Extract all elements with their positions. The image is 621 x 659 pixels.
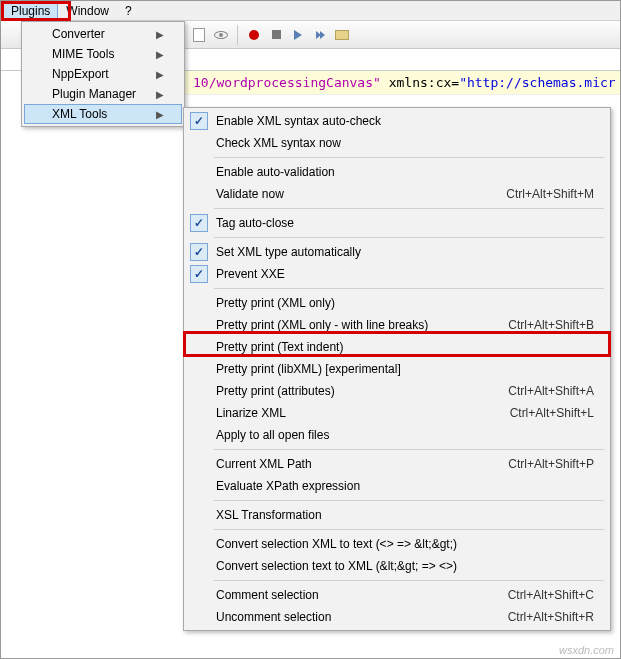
fast-forward-icon[interactable] xyxy=(312,27,328,43)
code-string-1: 10/wordprocessingCanvas" xyxy=(193,75,381,90)
code-attr: xmlns:cx xyxy=(381,75,451,90)
mi-enable-auto-check[interactable]: ✓Enable XML syntax auto-check xyxy=(186,110,608,132)
menu-nppexport[interactable]: NppExport▶ xyxy=(24,64,182,84)
chevron-right-icon: ▶ xyxy=(156,69,164,80)
shortcut: Ctrl+Alt+Shift+A xyxy=(508,383,594,399)
mi-label: Check XML syntax now xyxy=(216,135,341,151)
plugins-dropdown: Converter▶ MIME Tools▶ NppExport▶ Plugin… xyxy=(21,21,185,127)
chevron-right-icon: ▶ xyxy=(156,49,164,60)
menu-separator xyxy=(214,208,604,209)
mi-uncomment-selection[interactable]: Uncomment selectionCtrl+Alt+Shift+R xyxy=(186,606,608,628)
chevron-right-icon: ▶ xyxy=(156,109,164,120)
menu-window[interactable]: Window xyxy=(58,2,117,20)
check-icon: ✓ xyxy=(190,112,208,130)
menu-separator xyxy=(214,500,604,501)
mi-label: Tag auto-close xyxy=(216,215,294,231)
check-icon: ✓ xyxy=(190,265,208,283)
menu-xml-tools[interactable]: XML Tools▶ xyxy=(24,104,182,124)
menu-plugin-manager[interactable]: Plugin Manager▶ xyxy=(24,84,182,104)
mi-apply-all-files[interactable]: Apply to all open files xyxy=(186,424,608,446)
play-icon[interactable] xyxy=(290,27,306,43)
code-eq: = xyxy=(451,75,459,90)
xml-tools-submenu: ✓Enable XML syntax auto-check Check XML … xyxy=(183,107,611,631)
mi-linarize-xml[interactable]: Linarize XMLCtrl+Alt+Shift+L xyxy=(186,402,608,424)
mi-current-xml-path[interactable]: Current XML PathCtrl+Alt+Shift+P xyxy=(186,453,608,475)
mi-convert-xml-to-text[interactable]: Convert selection XML to text (<> => &lt… xyxy=(186,533,608,555)
mi-xsl-transformation[interactable]: XSL Transformation xyxy=(186,504,608,526)
menubar: Plugins Window ? xyxy=(1,1,620,21)
mi-prevent-xxe[interactable]: ✓Prevent XXE xyxy=(186,263,608,285)
mi-comment-selection[interactable]: Comment selectionCtrl+Alt+Shift+C xyxy=(186,584,608,606)
mi-pretty-print-text-indent[interactable]: Pretty print (Text indent) xyxy=(186,336,608,358)
mi-label: XSL Transformation xyxy=(216,507,322,523)
mi-label: Current XML Path xyxy=(216,456,312,472)
shortcut: Ctrl+Alt+Shift+L xyxy=(510,405,594,421)
stop-icon[interactable] xyxy=(268,27,284,43)
mi-label: Apply to all open files xyxy=(216,427,329,443)
menu-nppexport-label: NppExport xyxy=(52,67,109,81)
editor-line[interactable]: 10/wordprocessingCanvas" xmlns:cx="http:… xyxy=(185,71,620,95)
watermark-text: wsxdn.com xyxy=(559,644,614,656)
menu-plugins[interactable]: Plugins xyxy=(3,2,58,20)
mi-label: Validate now xyxy=(216,186,284,202)
mi-set-xml-type[interactable]: ✓Set XML type automatically xyxy=(186,241,608,263)
mi-label: Set XML type automatically xyxy=(216,244,361,260)
menu-separator xyxy=(214,580,604,581)
menu-pluginmgr-label: Plugin Manager xyxy=(52,87,136,101)
menu-separator xyxy=(214,288,604,289)
mi-label: Convert selection XML to text (<> => &lt… xyxy=(216,536,457,552)
mi-evaluate-xpath[interactable]: Evaluate XPath expression xyxy=(186,475,608,497)
menu-help[interactable]: ? xyxy=(117,2,140,20)
mi-pretty-print-libxml[interactable]: Pretty print (libXML) [experimental] xyxy=(186,358,608,380)
chevron-right-icon: ▶ xyxy=(156,89,164,100)
mi-label: Enable auto-validation xyxy=(216,164,335,180)
shortcut: Ctrl+Alt+Shift+R xyxy=(508,609,594,625)
menu-separator xyxy=(214,449,604,450)
menu-separator xyxy=(214,157,604,158)
menu-converter[interactable]: Converter▶ xyxy=(24,24,182,44)
code-string-2: "http://schemas.micr xyxy=(459,75,616,90)
mi-label: Pretty print (XML only) xyxy=(216,295,335,311)
mi-enable-auto-validation[interactable]: Enable auto-validation xyxy=(186,161,608,183)
mi-pretty-print-attributes[interactable]: Pretty print (attributes)Ctrl+Alt+Shift+… xyxy=(186,380,608,402)
shortcut: Ctrl+Alt+Shift+M xyxy=(506,186,594,202)
check-icon: ✓ xyxy=(190,243,208,261)
mi-label: Pretty print (Text indent) xyxy=(216,339,343,355)
mi-label: Pretty print (attributes) xyxy=(216,383,335,399)
check-icon: ✓ xyxy=(190,214,208,232)
mi-label: Evaluate XPath expression xyxy=(216,478,360,494)
menu-xmltools-label: XML Tools xyxy=(52,107,107,121)
mi-label: Convert selection text to XML (&lt;&gt; … xyxy=(216,558,457,574)
eye-icon[interactable] xyxy=(213,27,229,43)
mi-label: Prevent XXE xyxy=(216,266,285,282)
mi-label: Pretty print (libXML) [experimental] xyxy=(216,361,401,377)
shortcut: Ctrl+Alt+Shift+C xyxy=(508,587,594,603)
shortcut: Ctrl+Alt+Shift+B xyxy=(508,317,594,333)
mi-label: Enable XML syntax auto-check xyxy=(216,113,381,129)
mi-label: Uncomment selection xyxy=(216,609,331,625)
toolbar-separator xyxy=(237,25,238,45)
mi-pretty-print-xml-linebreaks[interactable]: Pretty print (XML only - with line break… xyxy=(186,314,608,336)
menu-converter-label: Converter xyxy=(52,27,105,41)
mi-tag-auto-close[interactable]: ✓Tag auto-close xyxy=(186,212,608,234)
mi-label: Pretty print (XML only - with line break… xyxy=(216,317,428,333)
mi-check-now[interactable]: Check XML syntax now xyxy=(186,132,608,154)
mi-pretty-print-xml[interactable]: Pretty print (XML only) xyxy=(186,292,608,314)
mi-label: Comment selection xyxy=(216,587,319,603)
menu-mime-tools[interactable]: MIME Tools▶ xyxy=(24,44,182,64)
mi-label: Linarize XML xyxy=(216,405,286,421)
chevron-right-icon: ▶ xyxy=(156,29,164,40)
record-icon[interactable] xyxy=(246,27,262,43)
page-icon[interactable] xyxy=(191,27,207,43)
mi-validate-now[interactable]: Validate nowCtrl+Alt+Shift+M xyxy=(186,183,608,205)
menu-mime-label: MIME Tools xyxy=(52,47,114,61)
shortcut: Ctrl+Alt+Shift+P xyxy=(508,456,594,472)
menu-separator xyxy=(214,529,604,530)
save-macro-icon[interactable] xyxy=(334,27,350,43)
mi-convert-text-to-xml[interactable]: Convert selection text to XML (&lt;&gt; … xyxy=(186,555,608,577)
menu-separator xyxy=(214,237,604,238)
